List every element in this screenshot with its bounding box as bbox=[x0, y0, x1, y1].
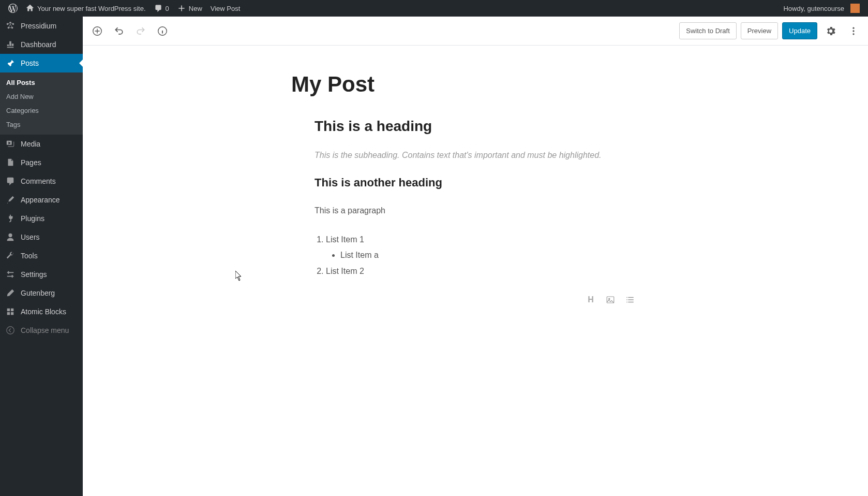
dashboard-icon bbox=[5, 39, 16, 50]
sidebar-settings[interactable]: Settings bbox=[0, 265, 83, 284]
paragraph-text[interactable]: This is a paragraph bbox=[315, 204, 636, 217]
editor: Switch to Draft Preview Update My Post T… bbox=[83, 17, 868, 496]
site-tagline: Your new super fast WordPress site. bbox=[37, 5, 146, 12]
editor-toolbar: Switch to Draft Preview Update bbox=[83, 17, 868, 46]
heading-block-2[interactable]: This is another heading bbox=[307, 176, 643, 189]
submenu-tags[interactable]: Tags bbox=[0, 118, 83, 132]
wrench-icon bbox=[5, 251, 16, 261]
plug-icon bbox=[5, 213, 16, 224]
network-icon bbox=[5, 21, 16, 31]
svg-rect-21 bbox=[626, 302, 627, 303]
collapse-icon bbox=[5, 325, 16, 335]
svg-rect-22 bbox=[628, 302, 634, 303]
svg-rect-17 bbox=[626, 297, 627, 298]
heading-insert-icon[interactable]: H bbox=[585, 294, 597, 306]
switch-to-draft-button[interactable]: Switch to Draft bbox=[679, 22, 737, 39]
pencil-icon bbox=[5, 288, 16, 298]
heading-block[interactable]: This is a heading bbox=[307, 118, 643, 135]
sidebar-appearance[interactable]: Appearance bbox=[0, 191, 83, 209]
media-icon bbox=[5, 139, 16, 149]
svg-point-0 bbox=[7, 23, 9, 25]
svg-rect-18 bbox=[628, 297, 634, 298]
sidebar-posts[interactable]: Posts bbox=[0, 54, 83, 72]
user-icon bbox=[5, 232, 16, 242]
post-title[interactable]: My Post bbox=[284, 71, 667, 97]
comments-menu[interactable]: 0 bbox=[150, 0, 173, 17]
plus-icon bbox=[177, 4, 186, 12]
info-button[interactable] bbox=[153, 22, 172, 40]
admin-sidebar: Pressidium Dashboard Posts All Posts Add… bbox=[0, 17, 83, 496]
svg-point-12 bbox=[852, 27, 854, 28]
svg-rect-20 bbox=[628, 299, 634, 300]
admin-bar: Your new super fast WordPress site. 0 Ne… bbox=[0, 0, 868, 17]
cursor-icon bbox=[235, 271, 243, 281]
redo-button[interactable] bbox=[131, 22, 150, 40]
wordpress-icon bbox=[8, 4, 18, 13]
preview-button[interactable]: Preview bbox=[741, 22, 778, 39]
new-label: New bbox=[189, 5, 202, 12]
sidebar-dashboard[interactable]: Dashboard bbox=[0, 35, 83, 54]
svg-rect-5 bbox=[7, 309, 10, 311]
sidebar-pages[interactable]: Pages bbox=[0, 153, 83, 172]
list-insert-icon[interactable] bbox=[624, 294, 636, 306]
heading-1[interactable]: This is a heading bbox=[315, 118, 636, 135]
list-item[interactable]: List Item 1 List Item a bbox=[326, 232, 636, 264]
brand-item[interactable]: Pressidium bbox=[0, 17, 83, 35]
subheading-text[interactable]: This is the subheading. Contains text th… bbox=[315, 149, 636, 162]
sidebar-tools[interactable]: Tools bbox=[0, 246, 83, 265]
brand-label: Pressidium bbox=[21, 22, 56, 30]
sliders-icon bbox=[5, 269, 16, 280]
sidebar-plugins[interactable]: Plugins bbox=[0, 209, 83, 228]
page-icon bbox=[5, 157, 16, 168]
svg-point-14 bbox=[852, 33, 854, 35]
user-menu[interactable]: Howdy, gutencourse bbox=[779, 0, 864, 17]
submenu-all-posts[interactable]: All Posts bbox=[0, 76, 83, 90]
svg-point-16 bbox=[609, 299, 610, 300]
svg-rect-6 bbox=[11, 309, 13, 311]
svg-point-9 bbox=[7, 327, 14, 334]
add-block-button[interactable] bbox=[88, 22, 107, 40]
list-item[interactable]: List Item 2 bbox=[326, 264, 636, 279]
settings-button[interactable] bbox=[821, 22, 840, 40]
svg-point-2 bbox=[12, 23, 14, 25]
more-menu-button[interactable] bbox=[844, 22, 863, 40]
new-content-menu[interactable]: New bbox=[173, 0, 206, 17]
home-icon bbox=[26, 4, 34, 12]
comment-icon bbox=[5, 176, 16, 186]
sidebar-media[interactable]: Media bbox=[0, 135, 83, 153]
list-item[interactable]: List Item a bbox=[340, 247, 636, 263]
svg-rect-7 bbox=[7, 312, 10, 315]
undo-button[interactable] bbox=[110, 22, 128, 40]
sidebar-users[interactable]: Users bbox=[0, 228, 83, 246]
comments-count: 0 bbox=[166, 5, 169, 12]
submenu-add-new[interactable]: Add New bbox=[0, 90, 83, 104]
update-button[interactable]: Update bbox=[782, 22, 817, 39]
comment-icon bbox=[154, 4, 162, 12]
howdy-text: Howdy, gutencourse bbox=[783, 5, 844, 12]
paragraph-block-2[interactable]: This is a paragraph bbox=[307, 204, 643, 217]
svg-rect-19 bbox=[626, 299, 627, 300]
submenu-categories[interactable]: Categories bbox=[0, 104, 83, 118]
sidebar-comments[interactable]: Comments bbox=[0, 172, 83, 191]
avatar bbox=[850, 4, 860, 13]
pin-icon bbox=[5, 58, 16, 68]
collapse-menu[interactable]: Collapse menu bbox=[0, 321, 83, 340]
paragraph-block[interactable]: This is the subheading. Contains text th… bbox=[307, 149, 643, 162]
image-insert-icon[interactable] bbox=[604, 294, 617, 306]
sidebar-atomic-blocks[interactable]: Atomic Blocks bbox=[0, 302, 83, 321]
view-post-link[interactable]: View Post bbox=[206, 0, 245, 17]
list-block[interactable]: List Item 1 List Item a List Item 2 bbox=[307, 232, 643, 279]
posts-submenu: All Posts Add New Categories Tags bbox=[0, 72, 83, 135]
sidebar-gutenberg[interactable]: Gutenberg bbox=[0, 284, 83, 302]
brush-icon bbox=[5, 195, 16, 205]
editor-content[interactable]: My Post This is a heading This is the su… bbox=[83, 46, 868, 496]
heading-2[interactable]: This is another heading bbox=[315, 176, 636, 189]
svg-point-13 bbox=[852, 30, 854, 32]
block-icon bbox=[5, 307, 16, 317]
site-name-menu[interactable]: Your new super fast WordPress site. bbox=[22, 0, 150, 17]
wp-logo-menu[interactable] bbox=[4, 0, 22, 17]
quick-inserter: H bbox=[307, 294, 643, 306]
svg-rect-8 bbox=[11, 312, 13, 315]
